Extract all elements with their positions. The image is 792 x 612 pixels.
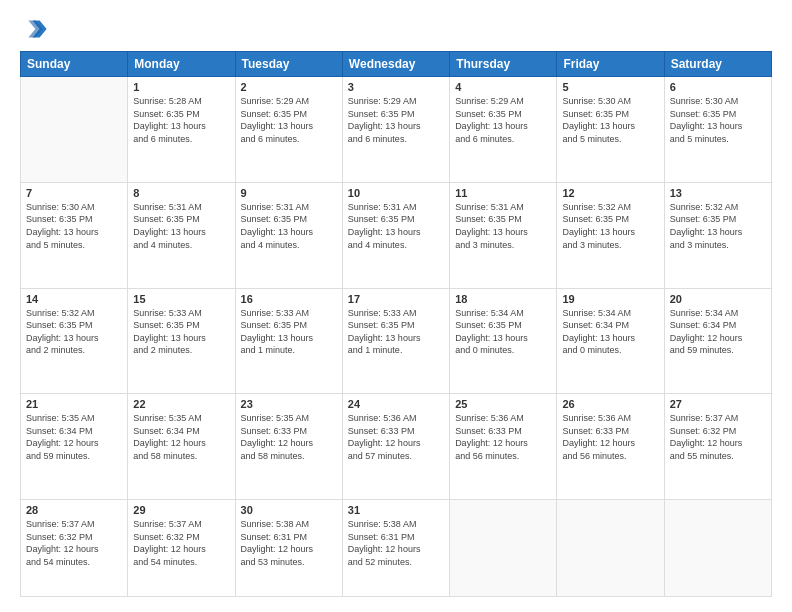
day-header-monday: Monday xyxy=(128,52,235,77)
day-header-friday: Friday xyxy=(557,52,664,77)
calendar-cell: 16Sunrise: 5:33 AM Sunset: 6:35 PM Dayli… xyxy=(235,288,342,394)
logo-icon xyxy=(20,15,48,43)
day-number: 30 xyxy=(241,504,337,516)
calendar-cell: 28Sunrise: 5:37 AM Sunset: 6:32 PM Dayli… xyxy=(21,500,128,597)
day-info: Sunrise: 5:33 AM Sunset: 6:35 PM Dayligh… xyxy=(348,307,444,357)
calendar-cell: 2Sunrise: 5:29 AM Sunset: 6:35 PM Daylig… xyxy=(235,77,342,183)
calendar-cell: 17Sunrise: 5:33 AM Sunset: 6:35 PM Dayli… xyxy=(342,288,449,394)
calendar-cell: 19Sunrise: 5:34 AM Sunset: 6:34 PM Dayli… xyxy=(557,288,664,394)
day-info: Sunrise: 5:37 AM Sunset: 6:32 PM Dayligh… xyxy=(26,518,122,568)
day-info: Sunrise: 5:36 AM Sunset: 6:33 PM Dayligh… xyxy=(562,412,658,462)
calendar-cell: 3Sunrise: 5:29 AM Sunset: 6:35 PM Daylig… xyxy=(342,77,449,183)
day-info: Sunrise: 5:34 AM Sunset: 6:35 PM Dayligh… xyxy=(455,307,551,357)
day-info: Sunrise: 5:37 AM Sunset: 6:32 PM Dayligh… xyxy=(670,412,766,462)
day-number: 9 xyxy=(241,187,337,199)
day-info: Sunrise: 5:29 AM Sunset: 6:35 PM Dayligh… xyxy=(455,95,551,145)
day-number: 16 xyxy=(241,293,337,305)
day-info: Sunrise: 5:31 AM Sunset: 6:35 PM Dayligh… xyxy=(348,201,444,251)
day-number: 4 xyxy=(455,81,551,93)
day-info: Sunrise: 5:32 AM Sunset: 6:35 PM Dayligh… xyxy=(26,307,122,357)
calendar-cell: 15Sunrise: 5:33 AM Sunset: 6:35 PM Dayli… xyxy=(128,288,235,394)
day-header-thursday: Thursday xyxy=(450,52,557,77)
day-number: 25 xyxy=(455,398,551,410)
calendar-cell: 27Sunrise: 5:37 AM Sunset: 6:32 PM Dayli… xyxy=(664,394,771,500)
calendar-cell: 6Sunrise: 5:30 AM Sunset: 6:35 PM Daylig… xyxy=(664,77,771,183)
day-info: Sunrise: 5:30 AM Sunset: 6:35 PM Dayligh… xyxy=(562,95,658,145)
day-info: Sunrise: 5:31 AM Sunset: 6:35 PM Dayligh… xyxy=(455,201,551,251)
calendar-cell: 9Sunrise: 5:31 AM Sunset: 6:35 PM Daylig… xyxy=(235,182,342,288)
day-number: 14 xyxy=(26,293,122,305)
day-number: 13 xyxy=(670,187,766,199)
calendar-week-row: 1Sunrise: 5:28 AM Sunset: 6:35 PM Daylig… xyxy=(21,77,772,183)
calendar-cell: 20Sunrise: 5:34 AM Sunset: 6:34 PM Dayli… xyxy=(664,288,771,394)
day-header-sunday: Sunday xyxy=(21,52,128,77)
day-info: Sunrise: 5:38 AM Sunset: 6:31 PM Dayligh… xyxy=(348,518,444,568)
day-info: Sunrise: 5:32 AM Sunset: 6:35 PM Dayligh… xyxy=(562,201,658,251)
day-info: Sunrise: 5:33 AM Sunset: 6:35 PM Dayligh… xyxy=(133,307,229,357)
day-number: 27 xyxy=(670,398,766,410)
calendar-cell: 12Sunrise: 5:32 AM Sunset: 6:35 PM Dayli… xyxy=(557,182,664,288)
day-number: 18 xyxy=(455,293,551,305)
day-info: Sunrise: 5:31 AM Sunset: 6:35 PM Dayligh… xyxy=(133,201,229,251)
calendar-cell: 14Sunrise: 5:32 AM Sunset: 6:35 PM Dayli… xyxy=(21,288,128,394)
day-info: Sunrise: 5:34 AM Sunset: 6:34 PM Dayligh… xyxy=(670,307,766,357)
day-info: Sunrise: 5:36 AM Sunset: 6:33 PM Dayligh… xyxy=(348,412,444,462)
calendar-cell xyxy=(664,500,771,597)
calendar-week-row: 21Sunrise: 5:35 AM Sunset: 6:34 PM Dayli… xyxy=(21,394,772,500)
day-number: 15 xyxy=(133,293,229,305)
day-header-saturday: Saturday xyxy=(664,52,771,77)
calendar-week-row: 7Sunrise: 5:30 AM Sunset: 6:35 PM Daylig… xyxy=(21,182,772,288)
day-info: Sunrise: 5:30 AM Sunset: 6:35 PM Dayligh… xyxy=(26,201,122,251)
day-header-tuesday: Tuesday xyxy=(235,52,342,77)
day-number: 21 xyxy=(26,398,122,410)
day-info: Sunrise: 5:30 AM Sunset: 6:35 PM Dayligh… xyxy=(670,95,766,145)
day-info: Sunrise: 5:31 AM Sunset: 6:35 PM Dayligh… xyxy=(241,201,337,251)
day-number: 22 xyxy=(133,398,229,410)
day-info: Sunrise: 5:28 AM Sunset: 6:35 PM Dayligh… xyxy=(133,95,229,145)
calendar-cell: 22Sunrise: 5:35 AM Sunset: 6:34 PM Dayli… xyxy=(128,394,235,500)
page: SundayMondayTuesdayWednesdayThursdayFrid… xyxy=(0,0,792,612)
calendar-cell: 24Sunrise: 5:36 AM Sunset: 6:33 PM Dayli… xyxy=(342,394,449,500)
calendar-cell: 7Sunrise: 5:30 AM Sunset: 6:35 PM Daylig… xyxy=(21,182,128,288)
header xyxy=(20,15,772,43)
day-number: 28 xyxy=(26,504,122,516)
day-header-wednesday: Wednesday xyxy=(342,52,449,77)
calendar-cell: 30Sunrise: 5:38 AM Sunset: 6:31 PM Dayli… xyxy=(235,500,342,597)
calendar-cell: 21Sunrise: 5:35 AM Sunset: 6:34 PM Dayli… xyxy=(21,394,128,500)
day-info: Sunrise: 5:33 AM Sunset: 6:35 PM Dayligh… xyxy=(241,307,337,357)
day-number: 10 xyxy=(348,187,444,199)
calendar-cell: 1Sunrise: 5:28 AM Sunset: 6:35 PM Daylig… xyxy=(128,77,235,183)
calendar-cell: 5Sunrise: 5:30 AM Sunset: 6:35 PM Daylig… xyxy=(557,77,664,183)
calendar-cell: 11Sunrise: 5:31 AM Sunset: 6:35 PM Dayli… xyxy=(450,182,557,288)
day-info: Sunrise: 5:32 AM Sunset: 6:35 PM Dayligh… xyxy=(670,201,766,251)
day-info: Sunrise: 5:29 AM Sunset: 6:35 PM Dayligh… xyxy=(348,95,444,145)
calendar-cell: 23Sunrise: 5:35 AM Sunset: 6:33 PM Dayli… xyxy=(235,394,342,500)
day-number: 23 xyxy=(241,398,337,410)
day-number: 20 xyxy=(670,293,766,305)
day-number: 5 xyxy=(562,81,658,93)
calendar-week-row: 28Sunrise: 5:37 AM Sunset: 6:32 PM Dayli… xyxy=(21,500,772,597)
day-number: 19 xyxy=(562,293,658,305)
day-number: 1 xyxy=(133,81,229,93)
day-info: Sunrise: 5:35 AM Sunset: 6:33 PM Dayligh… xyxy=(241,412,337,462)
calendar-cell: 29Sunrise: 5:37 AM Sunset: 6:32 PM Dayli… xyxy=(128,500,235,597)
day-number: 6 xyxy=(670,81,766,93)
day-info: Sunrise: 5:34 AM Sunset: 6:34 PM Dayligh… xyxy=(562,307,658,357)
day-info: Sunrise: 5:29 AM Sunset: 6:35 PM Dayligh… xyxy=(241,95,337,145)
day-number: 12 xyxy=(562,187,658,199)
calendar-cell: 8Sunrise: 5:31 AM Sunset: 6:35 PM Daylig… xyxy=(128,182,235,288)
calendar-cell xyxy=(21,77,128,183)
day-number: 29 xyxy=(133,504,229,516)
day-number: 24 xyxy=(348,398,444,410)
calendar-cell: 13Sunrise: 5:32 AM Sunset: 6:35 PM Dayli… xyxy=(664,182,771,288)
day-number: 7 xyxy=(26,187,122,199)
day-number: 3 xyxy=(348,81,444,93)
calendar-week-row: 14Sunrise: 5:32 AM Sunset: 6:35 PM Dayli… xyxy=(21,288,772,394)
day-info: Sunrise: 5:37 AM Sunset: 6:32 PM Dayligh… xyxy=(133,518,229,568)
calendar-cell: 4Sunrise: 5:29 AM Sunset: 6:35 PM Daylig… xyxy=(450,77,557,183)
calendar-header-row: SundayMondayTuesdayWednesdayThursdayFrid… xyxy=(21,52,772,77)
calendar-cell: 10Sunrise: 5:31 AM Sunset: 6:35 PM Dayli… xyxy=(342,182,449,288)
calendar-cell: 31Sunrise: 5:38 AM Sunset: 6:31 PM Dayli… xyxy=(342,500,449,597)
logo xyxy=(20,15,52,43)
calendar-cell xyxy=(557,500,664,597)
